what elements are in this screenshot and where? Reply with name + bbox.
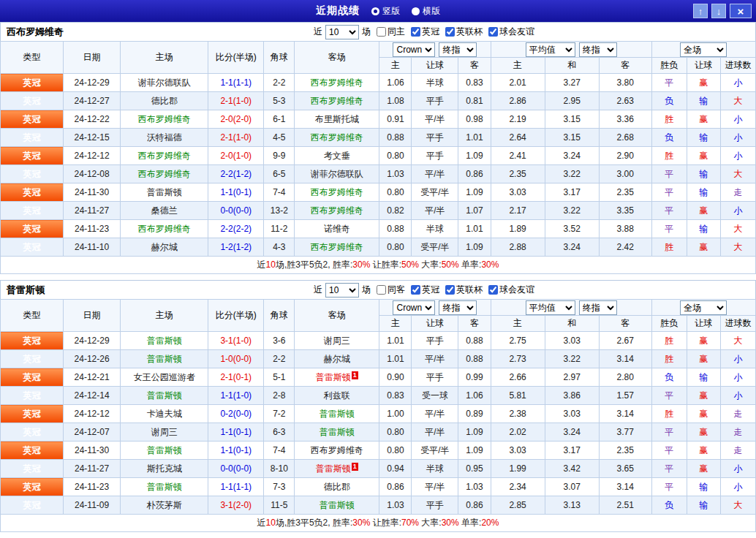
avg-away-odds-cell: 2.35 [599,183,651,202]
filter-checkbox-同主[interactable]: 同主 [374,26,405,38]
team-name-link[interactable]: 普雷斯顿 [320,427,355,437]
team-name-link[interactable]: 赫尔城 [324,354,350,364]
avg-source-select[interactable]: 平均值 [526,42,575,57]
team-name-link[interactable]: 桑德兰 [151,205,178,216]
result-text: 赢 [699,354,708,364]
team-name-link[interactable]: 西布罗姆维奇 [138,114,191,124]
team-name-link[interactable]: 普雷斯顿 [147,482,182,492]
team-name-link[interactable]: 普雷斯顿 [147,390,182,401]
layout-radio-vertical[interactable]: 竖版 [371,5,400,18]
close-icon[interactable]: × [730,4,752,18]
filter-checkbox-英冠[interactable]: 英冠 [408,26,439,38]
team-name-link[interactable]: 普雷斯顿 [316,372,351,382]
team-name-link[interactable]: 西布罗姆维奇 [138,169,191,179]
avg-stage-select[interactable]: 终指 [579,42,617,57]
team-name-link[interactable]: 利兹联 [324,390,350,401]
match-row: 英冠24-12-07谢周三1-1(0-1)6-3普雷斯顿0.80平/半1.092… [1,423,756,442]
checkbox-input[interactable] [411,285,420,295]
bookmaker-select[interactable]: Crown [393,42,435,57]
league-type-cell: 英冠 [1,442,64,460]
team-name-link[interactable]: 德比郡 [151,96,178,106]
team-name-link[interactable]: 斯托克城 [147,463,182,474]
filter-checkbox-同客[interactable]: 同客 [374,284,405,296]
team-name-link[interactable]: 谢周三 [151,427,178,437]
checkbox-input[interactable] [377,285,386,295]
checkbox-input[interactable] [488,285,498,295]
bookmaker-select[interactable]: Crown [393,300,435,315]
team-name-link[interactable]: 普雷斯顿 [147,445,182,455]
team-name-link[interactable]: 布里斯托城 [315,114,359,124]
scroll-up-button[interactable]: ↑ [693,4,708,18]
team-name-link[interactable]: 普雷斯顿 [320,500,355,510]
checkbox-input[interactable] [445,27,455,37]
avg-home-odds-cell: 2.34 [491,478,545,496]
avg-home-odds-cell: 2.86 [491,92,545,110]
team-name-link[interactable]: 西布罗姆维奇 [311,242,363,252]
avg-away-odds-cell: 3.14 [599,405,651,423]
filter-checkbox-球会友谊[interactable]: 球会友谊 [485,26,534,38]
team-name-link[interactable]: 西布罗姆维奇 [311,445,363,455]
checkbox-input[interactable] [377,27,386,37]
team-name-link[interactable]: 谢菲尔德联队 [138,77,191,88]
team-name-link[interactable]: 普雷斯顿 [147,336,182,346]
team-name-link[interactable]: 西布罗姆维奇 [311,96,363,106]
team-name-link[interactable]: 朴茨茅斯 [147,500,182,510]
filter-checkbox-英联杯[interactable]: 英联杯 [442,26,483,38]
filter-checkbox-英冠[interactable]: 英冠 [408,284,439,296]
away-team-cell: 赫尔城 [295,350,379,368]
match-row: 英冠24-11-23西布罗姆维奇2-2(2-2)11-2诺维奇0.88半球1.0… [1,220,756,238]
filter-checkbox-球会友谊[interactable]: 球会友谊 [485,284,534,296]
match-count-select[interactable]: 10 [325,283,359,298]
team-name-link[interactable]: 西布罗姆维奇 [311,77,363,88]
team-name-link[interactable]: 女王公园巡游者 [134,372,195,382]
subcolumn-header-客: 客 [458,316,491,332]
team-name-link[interactable]: 考文垂 [324,151,350,161]
team-name-link[interactable]: 西布罗姆维奇 [138,224,191,234]
team-name-link[interactable]: 普雷斯顿 [316,463,351,474]
result-text: 输 [699,224,708,234]
checkbox-input[interactable] [445,285,455,295]
team-name-link[interactable]: 西布罗姆维奇 [311,132,363,143]
match-row: 英冠24-12-21女王公园巡游者2-1(0-1)5-1普雷斯顿10.90平手0… [1,368,756,387]
team-name-link[interactable]: 赫尔城 [151,242,178,252]
scroll-down-button[interactable]: ↓ [711,4,726,18]
odds-selects: Crown终指 [393,300,477,315]
odds-stage-select[interactable]: 终指 [439,42,477,57]
result-text: 赢 [699,445,708,455]
avg-selects: 平均值终指 [526,42,617,57]
team-name-link[interactable]: 普雷斯顿 [320,409,355,419]
league-type-cell: 英冠 [1,405,64,423]
asia-away-odds-cell: 0.89 [458,405,491,423]
team-name-link[interactable]: 西布罗姆维奇 [138,151,191,161]
team-name-link[interactable]: 普雷斯顿 [147,354,182,364]
handicap-cell: 平/半 [412,405,458,423]
league-type-cell: 英冠 [1,220,64,238]
team-name-link[interactable]: 卡迪夫城 [147,409,182,419]
team-name-link[interactable]: 谢菲尔德联队 [311,169,363,179]
corner-cell: 9-9 [264,147,295,165]
team-name-link[interactable]: 沃特福德 [147,132,182,143]
layout-radio-horizontal[interactable]: 横版 [412,5,440,18]
team-name-link[interactable]: 谢周三 [324,336,350,346]
avg-draw-odds-cell: 3.24 [545,238,599,257]
avg-source-select[interactable]: 平均值 [526,300,575,315]
handicap-cell: 平手 [412,129,458,147]
team-name-link[interactable]: 诺维奇 [324,224,350,234]
date-cell: 24-11-23 [64,478,121,496]
corner-cell: 11-5 [264,496,295,515]
avg-stage-select[interactable]: 终指 [579,300,617,315]
checkbox-input[interactable] [488,27,498,37]
scope-select[interactable]: 全场 [680,42,727,57]
odds-stage-select[interactable]: 终指 [439,300,477,315]
handicap-cell: 受平/半 [412,442,458,460]
filter-checkbox-英联杯[interactable]: 英联杯 [442,284,483,296]
match-count-select[interactable]: 10 [325,25,359,39]
team-name-link[interactable]: 西布罗姆维奇 [311,205,363,216]
asia-home-odds-cell: 0.88 [379,129,412,147]
team-name-link[interactable]: 德比郡 [324,482,350,492]
team-name-link[interactable]: 西布罗姆维奇 [311,187,363,197]
team-name-link[interactable]: 普雷斯顿 [147,187,182,197]
scope-select[interactable]: 全场 [680,300,727,315]
filter-suffix-label: 场 [362,284,371,296]
checkbox-input[interactable] [411,27,420,37]
